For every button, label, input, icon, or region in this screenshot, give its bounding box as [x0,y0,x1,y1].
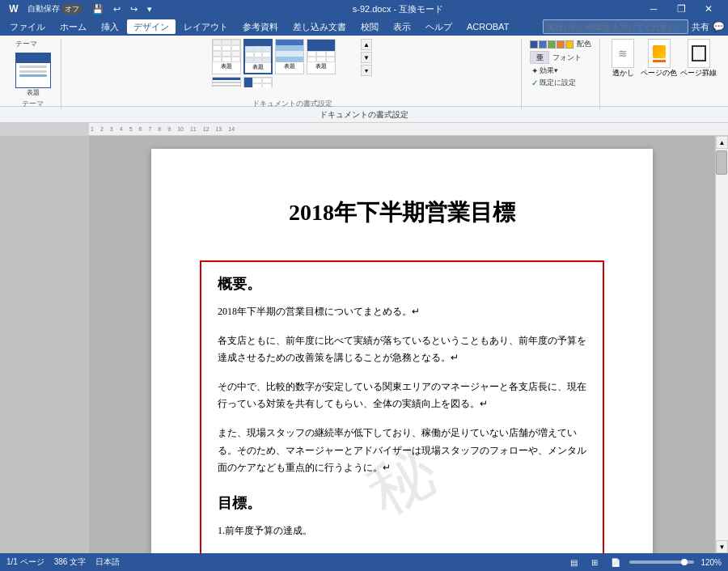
color-swatch-1 [530,40,538,49]
zoom-slider[interactable] [629,560,694,564]
save-button[interactable]: 💾 [89,2,107,16]
menu-acrobat[interactable]: ACROBAT [460,19,515,34]
restore-button[interactable]: ❐ [668,1,694,17]
menu-bar-right: 共有 💬 [543,19,725,34]
ruler-top: 1234567891011121314 [0,123,728,136]
fonts-button[interactable]: フォント [551,53,583,63]
menu-view[interactable]: 表示 [387,19,417,34]
page-border-button[interactable]: ページ罫線 [680,39,717,78]
table-style-2[interactable]: 表題 [243,39,273,74]
para-5[interactable]: 1.前年度予算の達成。 [218,522,586,540]
color-swatch-5 [565,40,574,49]
menu-bar: ファイル ホーム 挿入 デザイン レイアウト 参考資料 差し込み文書 校閲 表示… [0,18,728,36]
color-swatch-4 [557,40,565,49]
fonts-preview: 亜 [530,51,549,64]
page-info: 1/1 ページ [6,556,44,568]
section-heading-2[interactable]: 目標。 [218,493,586,513]
status-bar: 1/1 ページ 386 文字 日本語 ▤ ⊞ 📄 120% [0,553,728,571]
editor-area: 1234567891011121314 秘 2018年下半期営業目標 [0,123,728,553]
print-layout-button[interactable]: ▤ [566,556,581,569]
document-page: 秘 2018年下半期営業目標 概要。 2018年下半期の営業目標についてまとめる… [151,149,653,553]
status-right: ▤ ⊞ 📄 120% [566,556,722,569]
menu-design[interactable]: デザイン [127,19,176,34]
table-style-3[interactable]: 表題 [275,39,304,74]
theme-section-label: テーマ [15,39,51,49]
scroll-up-button[interactable]: ▲ [716,136,728,149]
para-4[interactable]: また、現場スタッフの継続率が低下しており、稼働が足りていない店舗が増えている。そ… [218,425,586,477]
page-color-button[interactable]: ページの色 [641,39,677,78]
vertical-scrollbar[interactable]: ▲ ▼ [715,136,728,553]
color-swatch-2 [539,40,547,49]
web-layout-button[interactable]: ⊞ [587,556,602,569]
customize-qa-button[interactable]: ▾ [144,2,155,16]
scroll-down-button[interactable]: ▼ [716,540,728,553]
theme-preview[interactable]: 表題 [15,53,51,97]
para-6[interactable]: 2.現場スタッフの継続率向上。 [218,551,586,553]
effects-button[interactable]: ✦ 効果▾ [530,66,560,76]
table-style-1[interactable]: 表題 [212,39,241,74]
colors-row: 配色 [530,39,593,49]
table-style-more[interactable]: ▾ [361,65,372,76]
search-input[interactable] [543,19,688,34]
table-style-prev[interactable]: ▲ [361,39,372,50]
scroll-track[interactable] [716,149,728,540]
zoom-level: 120% [700,558,722,567]
minimize-button[interactable]: ─ [641,1,667,17]
menu-layout[interactable]: レイアウト [177,19,235,34]
table-style-5[interactable]: 表題 [212,77,241,87]
para-1[interactable]: 2018年下半期の営業目標についてまとめる。↵ [218,303,586,321]
ribbon-group-theme: テーマ 表題 テーマ [5,39,61,109]
menu-references[interactable]: 参考資料 [236,19,285,34]
zoom-thumb[interactable] [681,559,688,565]
colors-button[interactable]: 配色 [575,39,593,49]
document-title[interactable]: 2018年下半期営業目標 [200,197,604,228]
word-count: 386 文字 [54,556,86,568]
ribbon-group-docformats: 表題 表題 [63,39,522,109]
theme-thumbnail[interactable] [15,53,51,88]
menu-file[interactable]: ファイル [3,19,52,34]
color-swatches [530,40,574,49]
para-2[interactable]: 各支店ともに、前年度に比べて実績が落ちているということもあり、前年度の予算を達成… [218,332,586,367]
ribbon-content: テーマ 表題 テーマ [0,36,728,112]
window-title: s-92.docx - 互換モード [155,3,641,15]
set-default-button[interactable]: ✓ 既定に設定 [530,78,578,88]
content-box: 概要。 2018年下半期の営業目標についてまとめる。↵ 各支店ともに、前年度に比… [200,260,604,553]
main-area: 1234567891011121314 秘 2018年下半期営業目標 [0,123,728,553]
table-style-6[interactable]: 表題 [243,77,273,87]
menu-review[interactable]: 校閲 [354,19,385,34]
page-container[interactable]: 秘 2018年下半期営業目標 概要。 2018年下半期の営業目標についてまとめる… [89,136,715,553]
watermark-icon: ≋ [612,39,634,68]
section-heading-1[interactable]: 概要。 [218,274,586,294]
language: 日本語 [95,556,120,568]
scroll-thumb[interactable] [716,150,727,175]
close-button[interactable]: ✕ [696,1,722,17]
title-bar: W 自動保存 オフ 💾 ↩ ↪ ▾ s-92.docx - 互換モード ─ ❐ … [0,0,728,18]
table-style-next[interactable]: ▼ [361,52,372,63]
read-layout-button[interactable]: 📄 [608,556,623,569]
redo-button[interactable]: ↪ [127,2,141,16]
comment-icon[interactable]: 💬 [713,21,725,32]
watermark-button[interactable]: ≋ 透かし [608,39,637,78]
theme-section: テーマ 表題 [15,39,51,97]
table-style-4[interactable]: 表題 [307,39,336,74]
app-icon: W [6,2,21,16]
menu-insert[interactable]: 挿入 [95,19,125,34]
autosave-toggle[interactable]: 自動保存 オフ [24,2,86,16]
para-3[interactable]: その中で、比較的数字が安定している関東エリアのマネージャーと各支店長に、現在行っ… [218,379,586,413]
share-link[interactable]: 共有 [692,21,709,33]
scroll-container: 秘 2018年下半期営業目標 概要。 2018年下半期の営業目標についてまとめる… [0,136,728,553]
menu-help[interactable]: ヘルプ [419,19,459,34]
ribbon: テーマ 表題 テーマ [0,36,728,107]
menu-home[interactable]: ホーム [53,19,93,34]
page-border-icon [688,39,710,68]
ribbon-group-colors: 配色 亜 フォント ✦ 効果▾ ✓ [523,39,600,109]
table-style-nav: ▲ ▼ ▾ [361,39,372,76]
default-row: ✓ 既定に設定 [530,78,578,88]
ribbon-group-pagedesign: ≋ 透かし ページの色 ページ罫線 [602,39,723,109]
left-margin [0,136,89,553]
page-color-icon [648,39,671,68]
window-controls: ─ ❐ ✕ [641,1,722,17]
menu-mailings[interactable]: 差し込み文書 [286,19,353,34]
undo-button[interactable]: ↩ [110,2,124,16]
title-bar-left: W 自動保存 オフ 💾 ↩ ↪ ▾ [6,2,155,16]
